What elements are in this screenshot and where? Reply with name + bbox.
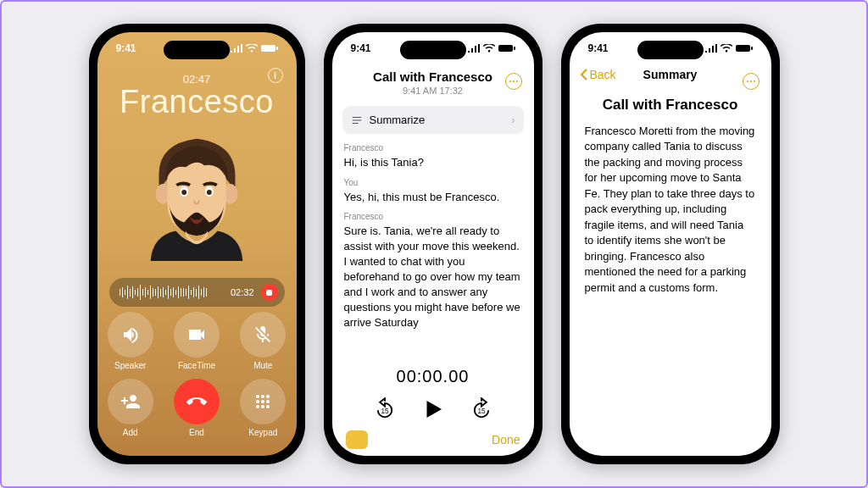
svg-point-8 — [256, 395, 259, 398]
mute-button[interactable]: Mute — [240, 312, 286, 370]
transcript-screen: 9:41 Call with Francesco 9:41 AM 17:32 S… — [332, 32, 534, 456]
dynamic-island — [400, 41, 466, 59]
facetime-button[interactable]: FaceTime — [174, 312, 220, 370]
transcript-subtitle: 9:41 AM 17:32 — [332, 86, 534, 96]
signal-icon — [231, 44, 242, 53]
speaker-label: You — [344, 177, 522, 189]
speaker-label: Speaker — [114, 361, 146, 370]
summarize-icon — [351, 114, 363, 126]
dynamic-island — [637, 41, 704, 59]
phone-transcript: 9:41 Call with Francesco 9:41 AM 17:32 S… — [324, 24, 542, 464]
done-button[interactable]: Done — [492, 433, 520, 446]
svg-point-12 — [261, 400, 264, 403]
keypad-label: Keypad — [248, 428, 277, 437]
svg-point-9 — [261, 395, 264, 398]
summary-screen: 9:41 Back Summary Call with Francesco Fr… — [570, 32, 771, 456]
turn-text: Hi, is this Tania? — [344, 155, 522, 170]
signal-icon — [705, 44, 717, 53]
svg-rect-21 — [736, 45, 750, 52]
svg-point-15 — [261, 405, 264, 408]
turn-text: Yes, hi, this must be Francesco. — [344, 190, 522, 205]
add-label: Add — [123, 428, 138, 437]
caller-name: Francesco — [120, 84, 274, 120]
summarize-label: Summarize — [370, 114, 426, 126]
svg-point-7 — [207, 190, 212, 195]
chevron-left-icon — [580, 68, 588, 81]
hangup-icon — [186, 391, 207, 412]
call-elapsed: 02:47 — [183, 73, 211, 86]
rewind-15-button[interactable]: 15 — [373, 397, 397, 421]
svg-point-14 — [256, 405, 259, 408]
summary-body: Francesco Moretti from the moving compan… — [570, 114, 771, 306]
svg-rect-1 — [276, 47, 278, 50]
playback-time: 00:00.00 — [332, 367, 534, 386]
status-time: 9:41 — [588, 42, 609, 54]
status-time: 9:41 — [351, 42, 371, 54]
waveform — [120, 285, 224, 300]
more-button[interactable] — [743, 73, 760, 90]
recording-pill: 02:32 — [109, 278, 285, 307]
transcript-icon[interactable] — [346, 430, 368, 449]
memoji-avatar — [125, 119, 269, 261]
svg-text:15: 15 — [477, 408, 486, 415]
stop-recording-button[interactable] — [261, 284, 278, 301]
signal-icon — [468, 44, 480, 53]
speaker-label: Francesco — [344, 211, 522, 223]
speaker-label: Francesco — [344, 142, 522, 154]
turn-text: Sure is. Tania, we're all ready to assis… — [344, 224, 522, 330]
transcript-turn: Francesco Hi, is this Tania? — [344, 142, 522, 170]
wifi-icon — [246, 44, 258, 53]
status-indicators — [231, 42, 278, 54]
play-button[interactable] — [420, 396, 446, 422]
call-screen: 9:41 i 02:47 Francesco — [97, 32, 297, 456]
transcript-turn: Francesco Sure is. Tania, we're all read… — [344, 211, 522, 330]
status-time: 9:41 — [116, 42, 136, 54]
svg-point-13 — [266, 400, 270, 403]
status-indicators — [705, 42, 753, 54]
add-button[interactable]: Add — [108, 379, 153, 437]
transcript-body[interactable]: Francesco Hi, is this Tania? You Yes, hi… — [332, 142, 534, 330]
audio-player: 00:00.00 15 15 — [332, 367, 534, 422]
battery-icon — [261, 44, 278, 53]
summary-title: Call with Francesco — [570, 97, 771, 114]
transcript-turn: You Yes, hi, this must be Francesco. — [344, 177, 522, 205]
mute-icon — [253, 324, 273, 345]
facetime-label: FaceTime — [178, 361, 215, 370]
video-icon — [186, 324, 207, 345]
status-indicators — [468, 42, 515, 54]
phone-summary: 9:41 Back Summary Call with Francesco Fr… — [561, 24, 780, 464]
phone-call: 9:41 i 02:47 Francesco — [89, 24, 305, 464]
wifi-icon — [721, 44, 732, 53]
svg-rect-18 — [514, 47, 515, 50]
summarize-button[interactable]: Summarize › — [342, 106, 524, 134]
dynamic-island — [164, 41, 230, 59]
battery-icon — [498, 44, 515, 53]
chevron-right-icon: › — [511, 114, 515, 126]
transcript-toolbar: Done — [332, 430, 534, 449]
info-button[interactable]: i — [268, 68, 283, 83]
speaker-icon — [120, 324, 141, 345]
add-person-icon — [120, 391, 141, 412]
svg-point-10 — [266, 395, 270, 398]
svg-point-16 — [266, 405, 270, 408]
speaker-button[interactable]: Speaker — [108, 312, 153, 370]
back-button[interactable]: Back — [580, 68, 616, 81]
mute-label: Mute — [253, 361, 272, 370]
forward-15-button[interactable]: 15 — [470, 397, 493, 421]
keypad-icon — [253, 391, 273, 412]
call-controls: Speaker FaceTime Mute Add End Keypad — [97, 312, 297, 437]
more-button[interactable] — [505, 73, 522, 90]
svg-rect-22 — [751, 47, 753, 50]
end-call-button[interactable]: End — [174, 379, 220, 437]
recording-time: 02:32 — [231, 287, 254, 297]
svg-rect-0 — [261, 45, 275, 52]
end-label: End — [189, 428, 204, 437]
transcript-title: Call with Francesco — [332, 69, 534, 84]
svg-text:15: 15 — [381, 408, 389, 415]
back-label: Back — [590, 68, 616, 81]
keypad-button[interactable]: Keypad — [240, 379, 286, 437]
svg-point-5 — [181, 190, 186, 195]
svg-point-11 — [256, 400, 259, 403]
wifi-icon — [483, 44, 495, 53]
svg-rect-17 — [498, 45, 513, 52]
